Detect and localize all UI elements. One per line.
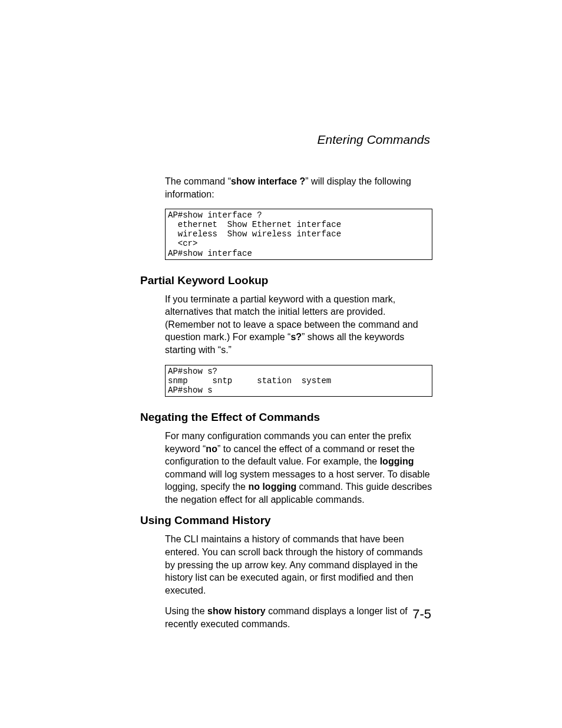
code-block-2: AP#show s? snmp sntp station system AP#s…: [165, 365, 432, 397]
page-container: Entering Commands The command “show inte…: [0, 0, 562, 728]
intro-text: The command “show interface ?” will disp…: [165, 175, 432, 200]
code-block-1: AP#show interface ? ethernet Show Ethern…: [165, 209, 432, 259]
text: Using the: [165, 606, 207, 616]
section2-text: For many configuration commands you can …: [165, 430, 432, 506]
section1-text: If you terminate a partial keyword with …: [165, 293, 432, 357]
bold-text: show history: [207, 606, 266, 616]
heading-partial-keyword: Partial Keyword Lookup: [140, 274, 432, 287]
page-number: 7-5: [412, 607, 431, 622]
bold-text: no: [206, 444, 217, 454]
bold-text: s?: [290, 332, 302, 342]
bold-text: no logging: [248, 482, 296, 492]
page-header: Entering Commands: [140, 133, 432, 147]
text: The command “: [165, 176, 231, 186]
section3-text-2: Using the show history command displays …: [165, 605, 432, 630]
section3-text-1: The CLI maintains a history of commands …: [165, 533, 432, 597]
bold-text: logging: [380, 456, 414, 466]
bold-text: show interface ?: [231, 176, 305, 186]
heading-history: Using Command History: [140, 514, 432, 527]
heading-negating: Negating the Effect of Commands: [140, 411, 432, 424]
